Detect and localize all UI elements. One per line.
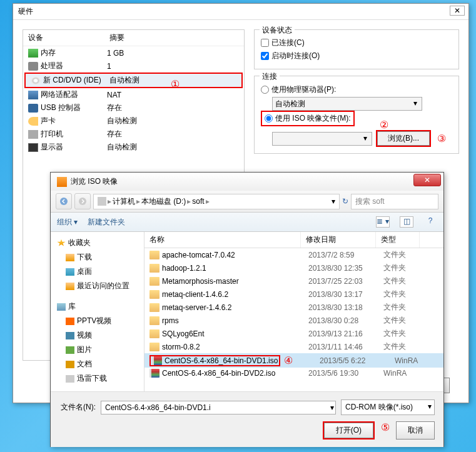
chevron-down-icon[interactable]: ▾ [332, 197, 335, 206]
device-row[interactable]: 声卡自动检测 [23, 114, 244, 128]
iso-path-combo[interactable]: ▾ [272, 132, 372, 146]
forward-button[interactable] [74, 193, 91, 209]
file-list[interactable]: 名称 修改日期 类型 apache-tomcat-7.0.422013/7/2 … [144, 232, 443, 391]
device-row[interactable]: 新 CD/DVD (IDE)自动检测 [24, 73, 243, 88]
folder-icon [149, 290, 160, 299]
chevron-down-icon[interactable]: ▾ [428, 402, 432, 411]
col-device: 设备 [28, 33, 109, 43]
sidebar-videos[interactable]: 视频 [53, 328, 141, 343]
svg-point-1 [79, 198, 86, 205]
file-row[interactable]: metaq-client-1.4.6.22013/8/30 13:17文件夹 [144, 288, 443, 301]
search-input[interactable]: 搜索 soft [351, 194, 438, 209]
group-title: 设备状态 [260, 25, 295, 36]
annotation-2: ② [380, 119, 388, 131]
physical-drive-combo[interactable]: 自动检测 ▾ [272, 97, 422, 111]
col-name[interactable]: 名称 [144, 232, 301, 248]
annotation-3: ③ [437, 133, 446, 144]
connect-on-power-input[interactable] [261, 52, 269, 60]
sidebar-xunlei[interactable]: 迅雷下载 [53, 371, 141, 386]
device-row[interactable]: 显示器自动检测 [23, 141, 244, 154]
file-dialog-titlebar: 浏览 ISO 映像 ✕ [51, 173, 443, 191]
device-row[interactable]: 内存1 GB [23, 46, 244, 59]
filename-input[interactable]: CentOS-6.4-x86_64-bin-DVD1.i ▾ [101, 401, 336, 414]
close-button[interactable]: ✕ [450, 6, 465, 16]
organize-menu[interactable]: 组织 ▾ [57, 217, 78, 228]
icon-cpu [28, 62, 38, 71]
connected-checkbox[interactable]: 已连接(C) [261, 36, 452, 49]
crumb-folder[interactable]: soft [192, 197, 204, 206]
file-row[interactable]: SQLyog6Ent2013/9/13 21:16文件夹 [144, 327, 443, 340]
preview-pane-icon[interactable]: ◫ [400, 216, 413, 228]
file-row[interactable]: rpms2013/8/30 0:28文件夹 [144, 314, 443, 327]
sidebar-pictures[interactable]: 图片 [53, 343, 141, 357]
libraries-tree[interactable]: 库 [53, 299, 141, 314]
back-button[interactable] [56, 193, 72, 209]
dialog-titlebar: 硬件 ✕ [13, 4, 468, 20]
sidebar-documents[interactable]: 文档 [53, 357, 141, 371]
view-options-icon[interactable]: ≣ ▾ [376, 216, 390, 228]
file-row[interactable]: hadoop-1.2.12013/8/30 12:35文件夹 [144, 261, 443, 274]
arrow-right-icon [78, 197, 87, 206]
arrow-left-icon [59, 197, 68, 206]
icon-prn [28, 130, 38, 139]
sidebar-pptv[interactable]: PPTV视频 [53, 314, 141, 328]
folder-icon [149, 277, 160, 286]
toolbar: 组织 ▾ 新建文件夹 ≣ ▾ ◫ ? [51, 213, 443, 232]
file-row[interactable]: CentOS-6.4-x86_64-bin-DVD1.iso④2013/5/5 … [144, 353, 443, 368]
icon-usb [28, 104, 38, 113]
folder-icon [149, 303, 160, 312]
physical-radio-input[interactable] [261, 86, 269, 94]
sidebar-desktop[interactable]: 桌面 [53, 264, 141, 279]
dialog-title: 硬件 [18, 7, 33, 16]
file-row[interactable]: CentOS-6.4-x86_64-bin-DVD2.iso2013/5/6 1… [144, 368, 443, 379]
file-row[interactable]: storm-0.8.22013/1/11 14:46文件夹 [144, 340, 443, 353]
use-physical-radio[interactable]: 使用物理驱动器(P): [261, 83, 452, 97]
file-row[interactable]: apache-tomcat-7.0.422013/7/2 8:59文件夹 [144, 248, 443, 261]
device-row[interactable]: 打印机存在 [23, 128, 244, 141]
file-list-header: 名称 修改日期 类型 [144, 232, 443, 248]
connected-input[interactable] [261, 39, 269, 47]
refresh-icon[interactable]: ↻ [342, 197, 348, 206]
close-button[interactable]: ✕ [413, 174, 441, 186]
file-type-filter[interactable]: CD-ROM 映像(*.iso) ▾ [341, 399, 435, 415]
breadcrumb[interactable]: ▸ 计算机 ▸ 本地磁盘 (D:) ▸ soft ▸ ▾ [93, 194, 340, 209]
file-row[interactable]: metaq-server-1.4.6.22013/8/30 13:18文件夹 [144, 301, 443, 314]
folder-icon [98, 197, 106, 206]
navigation-pane: 收藏夹 下载 桌面 最近访问的位置 库 PPTV视频 视频 图片 文档 迅雷下载 [51, 232, 144, 391]
annotation-4: ④ [284, 354, 293, 366]
cancel-button[interactable]: 取消 [396, 421, 435, 439]
connect-on-power-checkbox[interactable]: 启动时连接(O) [261, 49, 452, 63]
device-list-header: 设备 摘要 [23, 30, 244, 46]
archive-icon [152, 356, 162, 365]
sidebar-recent[interactable]: 最近访问的位置 [53, 279, 141, 293]
help-icon[interactable]: ? [423, 216, 437, 228]
col-date[interactable]: 修改日期 [301, 232, 376, 248]
favorites-tree[interactable]: 收藏夹 [53, 236, 141, 250]
chevron-down-icon[interactable]: ▾ [330, 403, 334, 412]
col-summary: 摘要 [109, 33, 124, 43]
device-row[interactable]: 处理器1 [23, 59, 244, 73]
filename-label: 文件名(N): [59, 402, 96, 413]
crumb-computer[interactable]: 计算机 [113, 196, 135, 207]
folder-icon [149, 264, 160, 273]
iso-radio-input[interactable] [265, 114, 273, 123]
use-iso-radio[interactable]: 使用 ISO 映像文件(M): [262, 112, 353, 125]
icon-net [28, 91, 38, 99]
col-type[interactable]: 类型 [376, 232, 420, 248]
nav-bar: ▸ 计算机 ▸ 本地磁盘 (D:) ▸ soft ▸ ▾ ↻ 搜索 soft [51, 191, 443, 213]
crumb-drive[interactable]: 本地磁盘 (D:) [141, 196, 186, 207]
sidebar-downloads[interactable]: 下载 [53, 250, 141, 264]
open-button[interactable]: 打开(O) [324, 423, 373, 438]
folder-icon [149, 343, 160, 351]
annotation-5: ⑤ [381, 421, 390, 439]
file-dialog-title: 浏览 ISO 映像 [71, 176, 118, 187]
device-status-group: 设备状态 已连接(C) 启动时连接(O) [254, 29, 459, 69]
disc-icon [57, 177, 67, 187]
archive-icon [149, 369, 160, 378]
device-row[interactable]: 网络适配器NAT [23, 88, 244, 101]
new-folder-button[interactable]: 新建文件夹 [88, 217, 125, 228]
connection-group: 连接 使用物理驱动器(P): 自动检测 ▾ 使用 ISO 映像文件(M): ② [254, 76, 459, 154]
device-row[interactable]: USB 控制器存在 [23, 101, 244, 114]
file-row[interactable]: Metamorphosis-master2013/7/25 22:03文件夹 [144, 274, 443, 288]
browse-button[interactable]: 浏览(B)... [377, 131, 430, 146]
